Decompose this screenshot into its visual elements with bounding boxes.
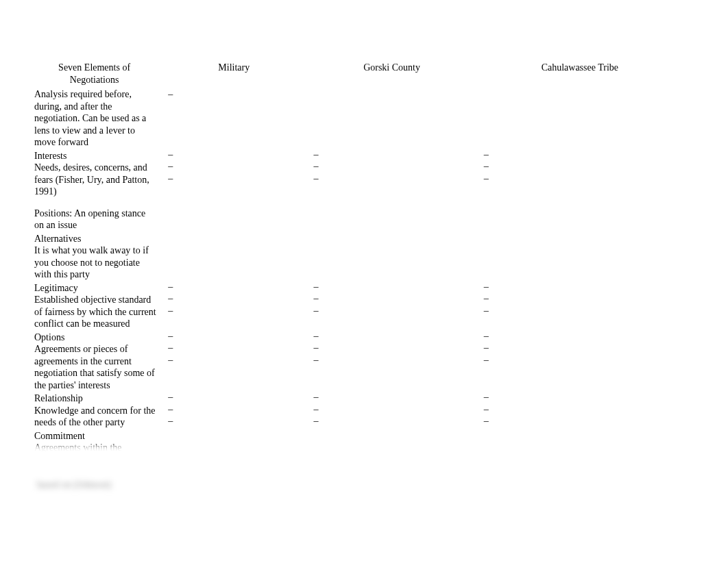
- commitment-desc: Agreements within the: [27, 442, 161, 454]
- options-tribe: – – –: [477, 330, 683, 392]
- table-header-row: Seven Elements of Negotiations Military …: [27, 62, 683, 88]
- legitimacy-gorski: – – –: [306, 281, 476, 330]
- options-military: – – –: [161, 330, 306, 392]
- negotiation-table: Seven Elements of Negotiations Military …: [27, 62, 683, 454]
- legitimacy-desc: Established objective standard of fairne…: [27, 294, 161, 330]
- interests-tribe: – – –: [477, 149, 683, 232]
- alternatives-gorski: [306, 232, 476, 281]
- commitment-title: Commitment: [27, 429, 161, 442]
- legitimacy-title: Legitimacy: [27, 281, 161, 295]
- commitment-gorski: [306, 429, 476, 454]
- interests-title: Interests: [27, 149, 161, 162]
- options-title: Options: [27, 330, 161, 344]
- interests-gorski: – – –: [306, 149, 476, 232]
- legitimacy-tribe: – – –: [477, 281, 683, 330]
- commitment-military: [161, 429, 306, 454]
- legitimacy-military: – – –: [161, 281, 306, 330]
- header-gorski: Gorski County: [306, 62, 476, 88]
- relationship-military: – – –: [161, 391, 306, 429]
- commitment-tribe: [477, 429, 683, 454]
- interests-desc1: Needs, desires, concerns, and fears (Fis…: [27, 162, 161, 198]
- table-row: Options – – – – – – – – –: [27, 330, 683, 344]
- header-military: Military: [161, 62, 306, 88]
- header-cahulawassee: Cahulawassee Tribe: [477, 62, 683, 88]
- alternatives-desc: It is what you walk away to if you choos…: [27, 245, 161, 281]
- analysis-military: –: [161, 88, 306, 149]
- options-gorski: – – –: [306, 330, 476, 392]
- options-desc: Agreements or pieces of agreements in th…: [27, 343, 161, 391]
- alternatives-title: Alternatives: [27, 232, 161, 245]
- relationship-desc: Knowledge and concern for the needs of t…: [27, 405, 161, 429]
- alternatives-tribe: [477, 232, 683, 281]
- negotiation-table-container: Seven Elements of Negotiations Military …: [27, 62, 683, 454]
- analysis-tribe: [477, 88, 683, 149]
- analysis-gorski: [306, 88, 476, 149]
- interests-desc2: Positions: An opening stance on an issue: [27, 198, 161, 232]
- analysis-desc: Analysis required before, during, and af…: [27, 88, 161, 149]
- relationship-title: Relationship: [27, 391, 161, 405]
- table-row: Alternatives: [27, 232, 683, 245]
- alternatives-military: [161, 232, 306, 281]
- relationship-gorski: – – –: [306, 391, 476, 429]
- table-row: Commitment: [27, 429, 683, 442]
- table-row: Relationship – – – – – – – – –: [27, 391, 683, 405]
- table-row: Legitimacy – – – – – – – – –: [27, 281, 683, 295]
- relationship-tribe: – – –: [477, 391, 683, 429]
- header-elements: Seven Elements of Negotiations: [27, 62, 161, 88]
- table-row: Analysis required before, during, and af…: [27, 88, 683, 149]
- table-row: Interests – – – – – – – – –: [27, 149, 683, 162]
- interests-military: – – –: [161, 149, 306, 232]
